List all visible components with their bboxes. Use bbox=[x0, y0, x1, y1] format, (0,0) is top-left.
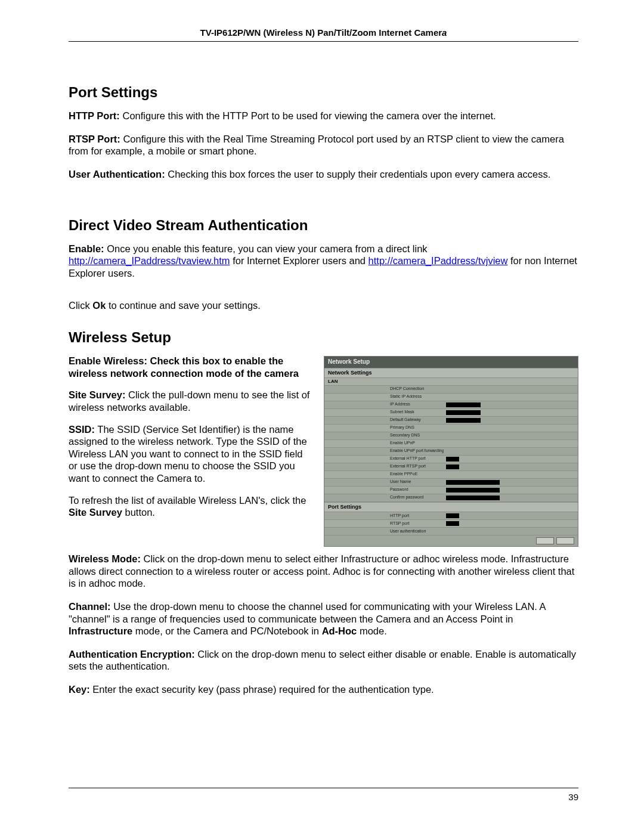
figure-row-label: IP Address bbox=[390, 402, 444, 407]
figure-row-label: External HTTP port bbox=[390, 456, 444, 462]
figure-row: HTTP port bbox=[324, 512, 578, 520]
key-paragraph: Key: Enter the exact security key (pass … bbox=[69, 683, 578, 696]
main-content: Port Settings HTTP Port: Configure this … bbox=[69, 42, 578, 696]
link-tvjview[interactable]: http://camera_IPaddress/tvjview bbox=[369, 255, 508, 266]
figure-row-input bbox=[446, 521, 459, 526]
figure-row-input bbox=[446, 418, 481, 423]
user-auth-text: Checking this box forces the user to sup… bbox=[165, 169, 551, 179]
site-survey-label: Site Survey: bbox=[69, 389, 125, 400]
figure-row: External RTSP port bbox=[324, 463, 578, 471]
authenc-paragraph: Authentication Encryption: Click on the … bbox=[69, 648, 578, 673]
figure-row: Enable UPnP bbox=[324, 440, 578, 448]
figure-row: Enable PPPoE bbox=[324, 471, 578, 479]
figure-port-settings-label: Port Settings bbox=[324, 502, 578, 512]
header-title-text: TV-IP612P/WN (Wireless N) Pan/Tilt/Zoom … bbox=[200, 27, 442, 38]
figure-row-input bbox=[446, 457, 459, 462]
figure-row-input bbox=[446, 496, 500, 500]
figure-cancel-button bbox=[556, 537, 574, 544]
figure-row-label: Static IP Address bbox=[390, 394, 444, 400]
figure-row: Secondary DNS bbox=[324, 432, 578, 440]
rtsp-port-label: RTSP Port: bbox=[69, 134, 120, 144]
figure-lan-label: LAN bbox=[324, 378, 578, 386]
figure-row: User authentication bbox=[324, 528, 578, 535]
figure-row-label: Enable PPPoE bbox=[390, 472, 444, 477]
figure-row: IP Address bbox=[324, 401, 578, 409]
click-ok-paragraph: Click Ok to continue and save your setti… bbox=[69, 299, 578, 312]
direct-video-heading: Direct Video Stream Authentication bbox=[69, 216, 578, 234]
ssid-label: SSID: bbox=[69, 424, 95, 435]
figure-row-label: Secondary DNS bbox=[390, 433, 444, 438]
figure-port-rows: HTTP portRTSP portUser authentication bbox=[324, 512, 578, 535]
wireless-mode-label: Wireless Mode: bbox=[69, 553, 141, 564]
enable-paragraph: Enable: Once you enable this feature, yo… bbox=[69, 243, 578, 280]
figure-row-label: User authentication bbox=[390, 529, 444, 534]
wireless-mode-text: Click on the drop-down menu to select ei… bbox=[69, 553, 574, 589]
figure-row: Subnet Mask bbox=[324, 409, 578, 417]
user-auth-label: User Authentication: bbox=[69, 169, 165, 179]
figure-buttons bbox=[324, 535, 578, 546]
figure-row-input bbox=[446, 465, 459, 469]
channel-label: Channel: bbox=[69, 601, 111, 612]
wireless-mode-paragraph: Wireless Mode: Click on the drop-down me… bbox=[69, 553, 578, 590]
enable-label: Enable: bbox=[69, 243, 104, 254]
click-ok-bold: Ok bbox=[92, 300, 106, 311]
refresh-text-2: button. bbox=[122, 507, 155, 518]
channel-bold-1: Infrastructure bbox=[69, 625, 132, 636]
figure-row-input bbox=[446, 513, 459, 518]
authenc-label: Authentication Encryption: bbox=[69, 649, 195, 659]
click-ok-2: to continue and save your settings. bbox=[106, 300, 261, 311]
http-port-paragraph: HTTP Port: Configure this with the HTTP … bbox=[69, 110, 578, 122]
page-number: 39 bbox=[69, 792, 578, 802]
figure-row: External HTTP port bbox=[324, 456, 578, 463]
figure-subtitle: Network Settings bbox=[324, 368, 578, 378]
rtsp-port-text: Configure this with the Real Time Stream… bbox=[69, 134, 564, 157]
http-port-text: Configure this with the HTTP Port to be … bbox=[120, 110, 496, 121]
channel-text-1: Use the drop-down menu to choose the cha… bbox=[69, 601, 546, 624]
network-setup-screenshot: Network Setup Network Settings LAN DHCP … bbox=[324, 356, 578, 547]
enable-text-2: for Internet Explorer users and bbox=[230, 255, 369, 266]
figure-row-label: RTSP port bbox=[390, 521, 444, 527]
figure-row-label: Subnet Mask bbox=[390, 410, 444, 415]
link-tvaview[interactable]: http://camera_IPaddress/tvaview.htm bbox=[69, 255, 230, 266]
document-header-title: TV-IP612P/WN (Wireless N) Pan/Tilt/Zoom … bbox=[69, 27, 578, 38]
figure-row-label: External RTSP port bbox=[390, 464, 444, 469]
figure-row: Primary DNS bbox=[324, 425, 578, 432]
key-label: Key: bbox=[69, 684, 90, 695]
figure-row-label: Confirm password bbox=[390, 495, 444, 500]
ssid-text: The SSID (Service Set Identifier) is the… bbox=[69, 424, 307, 484]
figure-row: Enable UPnP port forwarding bbox=[324, 448, 578, 456]
channel-text-2: mode, or the Camera and PC/Notebook in bbox=[132, 625, 321, 636]
figure-row-input bbox=[446, 402, 481, 407]
refresh-bold: Site Survey bbox=[69, 507, 122, 518]
figure-row-label: Password bbox=[390, 487, 444, 493]
figure-row: Static IP Address bbox=[324, 394, 578, 401]
figure-row-label: Enable UPnP port forwarding bbox=[390, 448, 444, 454]
figure-lan-rows: DHCP ConnectionStatic IP AddressIP Addre… bbox=[324, 386, 578, 502]
figure-row: User Name bbox=[324, 479, 578, 487]
figure-row: RTSP port bbox=[324, 520, 578, 528]
figure-row-input bbox=[446, 480, 500, 485]
figure-row-input bbox=[446, 410, 481, 415]
figure-ok-button bbox=[536, 537, 554, 544]
figure-row: DHCP Connection bbox=[324, 386, 578, 394]
figure-row-label: User Name bbox=[390, 479, 444, 485]
figure-row-label: DHCP Connection bbox=[390, 386, 444, 392]
http-port-label: HTTP Port: bbox=[69, 110, 120, 121]
user-auth-paragraph: User Authentication: Checking this box f… bbox=[69, 168, 578, 181]
figure-row-label: Primary DNS bbox=[390, 425, 444, 431]
figure-title: Network Setup bbox=[324, 357, 578, 368]
page-footer: 39 bbox=[69, 788, 578, 802]
figure-row: Default Gateway bbox=[324, 417, 578, 425]
figure-row: Confirm password bbox=[324, 494, 578, 502]
figure-row-input bbox=[446, 488, 500, 493]
figure-row-label: HTTP port bbox=[390, 513, 444, 519]
channel-paragraph: Channel: Use the drop-down menu to choos… bbox=[69, 600, 578, 637]
click-ok-1: Click bbox=[69, 300, 92, 311]
port-settings-heading: Port Settings bbox=[69, 83, 578, 101]
channel-bold-2: Ad-Hoc bbox=[322, 625, 357, 636]
rtsp-port-paragraph: RTSP Port: Configure this with the Real … bbox=[69, 133, 578, 157]
enable-text-1: Once you enable this feature, you can vi… bbox=[104, 243, 428, 254]
document-page: TV-IP612P/WN (Wireless N) Pan/Tilt/Zoom … bbox=[0, 0, 644, 833]
figure-row-label: Default Gateway bbox=[390, 417, 444, 423]
channel-text-3: mode. bbox=[357, 625, 386, 636]
